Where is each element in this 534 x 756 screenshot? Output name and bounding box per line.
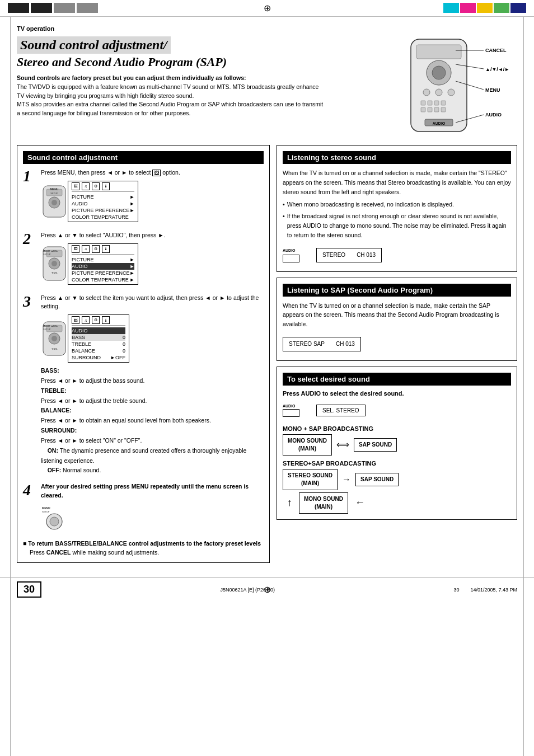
page-header: ⊕ xyxy=(0,0,534,17)
step-1-illustration: MENU SETUP 🖼 ♫ ⚙ 🌡 PICTURE► xyxy=(41,181,264,222)
s3-row-surround: SURROUND►OFF xyxy=(72,354,125,361)
menu-icon-picture: 🖼 xyxy=(72,182,79,190)
step-3: 3 Press ▲ or ▼ to select the item you wa… xyxy=(23,294,264,476)
s2-icon-4: 🌡 xyxy=(102,245,110,253)
header-block-4 xyxy=(77,3,98,13)
svg-point-6 xyxy=(448,89,455,96)
svg-text:MENU: MENU xyxy=(43,250,50,252)
sap-sound-section: Listening to SAP (Second Audio Program) … xyxy=(277,278,517,361)
balance-label: BALANCE: xyxy=(41,407,72,414)
svg-text:AUDIO: AUDIO xyxy=(485,112,502,118)
step-1-content: Press MENU, then press ◄ or ► to select … xyxy=(41,168,264,224)
svg-point-4 xyxy=(423,89,430,96)
s3-icon-4: 🌡 xyxy=(102,316,110,324)
svg-point-35 xyxy=(51,261,57,266)
step-3-text: Press ▲ or ▼ to select the item you want… xyxy=(41,294,264,312)
svg-rect-7 xyxy=(421,101,425,105)
remote-diagram: AUDIO CANCEL ▲/▼/◄/► MENU AUDIO xyxy=(405,36,517,138)
svg-point-28 xyxy=(51,200,57,205)
mono-sound-main-box2: MONO SOUND(MAIN) xyxy=(299,492,348,514)
svg-point-5 xyxy=(435,89,442,96)
footer-right: 30 14/01/2005, 7:43 PM xyxy=(453,587,517,593)
s3-icon-1: 🖼 xyxy=(72,316,79,324)
step-2-text: Press ▲ or ▼ to select "AUDIO", then pre… xyxy=(41,231,264,240)
mono-sap-arrow: ⟺ xyxy=(336,439,349,450)
step1-remote-svg: MENU SETUP xyxy=(41,185,68,218)
menu-row-audio: AUDIO► xyxy=(72,200,134,207)
svg-text:▲CH+: ▲CH+ xyxy=(51,250,58,252)
step-2-illustration: ▲CH+ ▼CH- MENU SETUP 🖼 ♫ ⚙ xyxy=(41,243,264,285)
desired-sound-content: Press AUDIO to select the desired sound.… xyxy=(283,390,511,514)
color-block-blue xyxy=(510,3,526,13)
svg-rect-12 xyxy=(428,107,432,112)
footer-page-ref: 30 xyxy=(453,587,459,593)
svg-text:▲CH+: ▲CH+ xyxy=(51,325,58,327)
step-1: 1 Press MENU, then press ◄ or ► to selec… xyxy=(23,168,264,224)
stereo-para1: When the TV is turned on or a channel se… xyxy=(283,168,511,196)
stereo-sap-row1: STEREO SOUND(MAIN) → SAP SOUND xyxy=(283,469,511,490)
stereo-sound-header: Listening to stereo sound xyxy=(283,151,511,164)
audio-btn-group2: AUDIO xyxy=(283,404,299,417)
s2-row-color: COLOR TEMPERATURE► xyxy=(72,276,134,283)
header-left-blocks xyxy=(8,3,98,13)
mono-sound-main-box: MONO SOUND(MAIN) xyxy=(283,434,332,456)
main-columns: Sound control adjustment 1 Press MENU, t… xyxy=(17,145,517,563)
svg-text:MENU: MENU xyxy=(50,187,59,191)
sap-sound-header: Listening to SAP (Second Audio Program) xyxy=(283,284,511,297)
intro-bold: Sound controls are factory preset but yo… xyxy=(17,74,246,81)
sel-stereo-text: SEL. STEREO xyxy=(322,407,359,414)
color-block-magenta xyxy=(460,3,476,13)
step3-menu-icons: 🖼 ♫ ⚙ 🌡 xyxy=(72,316,125,326)
page-content: TV operation Sound control adjustment/ S… xyxy=(0,17,534,574)
step-2: 2 Press ▲ or ▼ to select "AUDIO", then p… xyxy=(23,231,264,287)
stereo-sound-main-box: STEREO SOUND(MAIN) xyxy=(283,469,338,490)
stereo-display-text: STEREO xyxy=(322,251,345,260)
bass-label: BASS: xyxy=(41,367,59,374)
audio-btn-box2 xyxy=(283,409,299,417)
title-block: Sound control adjustment/ Stereo and Sec… xyxy=(17,36,400,118)
bass-text: Press ◄ or ► to adjust the bass sound. xyxy=(41,377,144,384)
step-2-content: Press ▲ or ▼ to select "AUDIO", then pre… xyxy=(41,231,264,287)
audio-btn-box xyxy=(283,255,299,262)
sap-sound-content: When the TV is turned on or a channel se… xyxy=(283,301,511,355)
stereo-sap-diagram: STEREO SOUND(MAIN) → SAP SOUND ↑ MONO SO… xyxy=(283,469,511,514)
stereo-sound-content: When the TV is turned on or a channel se… xyxy=(283,168,511,266)
menu-icon-audio: ♫ xyxy=(82,182,90,190)
menu-icons-row: 🖼 ♫ ⚙ 🌡 xyxy=(72,182,134,192)
svg-point-3 xyxy=(432,66,446,79)
sap-para1: When the TV is turned on or a channel se… xyxy=(283,301,511,329)
svg-rect-14 xyxy=(441,107,446,112)
page-footer: ⊕ 30 J5N00621A [E] (P26-30) 30 14/01/200… xyxy=(0,577,534,601)
svg-rect-9 xyxy=(434,101,439,105)
stereo-bullet2: If the broadcast signal is not strong en… xyxy=(283,212,511,240)
sap-sound-box2: SAP SOUND xyxy=(355,473,399,486)
sap-sound-box: SAP SOUND xyxy=(354,438,397,452)
header-block-1 xyxy=(8,3,29,13)
color-block-yellow xyxy=(477,3,493,13)
audio-label2: AUDIO xyxy=(283,404,299,408)
step-4-text: After your desired setting press MENU re… xyxy=(41,482,264,500)
svg-text:MENU: MENU xyxy=(43,325,50,327)
s2-row-pref: PICTURE PREFERENCE► xyxy=(72,270,134,276)
color-block-cyan xyxy=(443,3,459,13)
stereo-sap-row2: ↑ MONO SOUND(MAIN) ← xyxy=(287,492,511,514)
step2-menu-display: 🖼 ♫ ⚙ 🌡 PICTURE► AUDIO► PICTURE PREFEREN… xyxy=(68,243,138,285)
step-2-num: 2 xyxy=(23,231,36,247)
surround-text: Press ◄ or ► to select "ON" or "OFF". xyxy=(41,437,142,444)
main-title-bg: Sound control adjustment/ xyxy=(17,36,171,54)
step1-menu-display: 🖼 ♫ ⚙ 🌡 PICTURE► AUDIO► PICTURE PREFEREN… xyxy=(68,181,138,222)
audio-btn-label: AUDIO xyxy=(283,247,299,253)
mono-sap-diagram: MONO SOUND(MAIN) ⟺ SAP SOUND xyxy=(283,434,511,456)
title-line1: Sound control adjustment/ xyxy=(20,37,167,52)
header-block-3 xyxy=(54,3,75,13)
right-column: Listening to stereo sound When the TV is… xyxy=(277,145,517,563)
sel-stereo-row: AUDIO SEL. STEREO xyxy=(283,401,511,420)
press-audio-text: Press AUDIO to select the desired sound. xyxy=(283,390,511,397)
step-1-text: Press MENU, then press ◄ or ► to select … xyxy=(41,168,264,177)
svg-text:AUDIO: AUDIO xyxy=(433,121,446,125)
svg-rect-11 xyxy=(421,107,425,112)
s2-icon-2: ♫ xyxy=(82,245,90,253)
left-margin-line xyxy=(10,17,11,756)
factory-note-text: Press CANCEL while making sound adjustme… xyxy=(30,549,159,556)
menu-icon-color: 🌡 xyxy=(102,182,110,190)
